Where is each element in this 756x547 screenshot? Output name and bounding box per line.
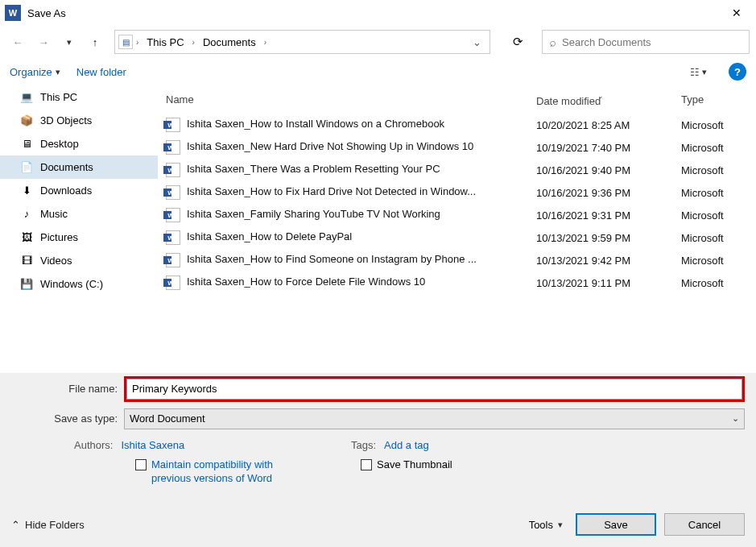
authors-value[interactable]: Ishita Saxena bbox=[121, 439, 184, 451]
authors-label: Authors: bbox=[74, 439, 113, 451]
sidebar-item-label: Pictures bbox=[40, 231, 78, 243]
folder-icon: 📦 bbox=[19, 114, 34, 127]
up-button[interactable]: ↑ bbox=[84, 31, 106, 53]
recent-dropdown[interactable]: ▾ bbox=[58, 31, 81, 53]
sidebar-item-label: This PC bbox=[40, 91, 77, 103]
word-app-icon: W bbox=[5, 5, 21, 21]
close-button[interactable]: ✕ bbox=[719, 0, 754, 26]
footer: ⌃ Hide Folders Tools ▾ Save Cancel bbox=[0, 505, 756, 547]
file-name-cell: WIshita Saxen_New Hard Drive Not Showing… bbox=[158, 136, 528, 159]
organize-button[interactable]: Organize ▾ bbox=[10, 66, 60, 78]
breadcrumb-this-pc[interactable]: This PC bbox=[142, 35, 188, 50]
file-date-cell: 10/13/2021 9:59 PM bbox=[528, 226, 673, 249]
file-name-cell: WIshita Saxen_How to Delete PayPal bbox=[158, 226, 528, 249]
cancel-button[interactable]: Cancel bbox=[664, 513, 745, 536]
file-row[interactable]: WIshita Saxen_How to Install Windows on … bbox=[158, 114, 756, 136]
view-options-button[interactable]: ☷ ▾ bbox=[684, 63, 713, 81]
file-list[interactable]: Name ⌄Date modified Type WIshita Saxen_H… bbox=[158, 85, 756, 373]
new-folder-button[interactable]: New folder bbox=[76, 66, 126, 78]
back-button[interactable]: ← bbox=[6, 31, 29, 53]
sidebar-item-pictures[interactable]: 🖼Pictures bbox=[0, 226, 158, 249]
folder-icon: ▤ bbox=[118, 35, 133, 49]
toolbar: Organize ▾ New folder ☷ ▾ ? bbox=[0, 58, 756, 85]
titlebar: W Save As ✕ bbox=[0, 0, 756, 26]
word-file-icon: W bbox=[166, 253, 180, 267]
word-file-icon: W bbox=[166, 118, 180, 132]
chevron-down-icon: ▾ bbox=[558, 520, 563, 530]
folder-icon: 💻 bbox=[19, 91, 34, 104]
file-name-cell: WIshita Saxen_There Was a Problem Resett… bbox=[158, 159, 528, 181]
forward-button[interactable]: → bbox=[32, 31, 55, 53]
nav-bar: ← → ▾ ↑ ▤ › This PC › Documents › ⌄ ⟳ ⌕ bbox=[0, 26, 756, 58]
file-name-cell: WIshita Saxen_Family Sharing YouTube TV … bbox=[158, 204, 528, 226]
sidebar-item-3d-objects[interactable]: 📦3D Objects bbox=[0, 109, 158, 132]
breadcrumb-documents[interactable]: Documents bbox=[198, 35, 261, 50]
search-input[interactable] bbox=[562, 36, 742, 48]
chevron-right-icon[interactable]: › bbox=[264, 38, 266, 47]
sidebar-item-label: Music bbox=[40, 208, 68, 220]
sidebar-item-documents[interactable]: 📄Documents bbox=[0, 155, 158, 179]
file-type-cell: Microsoft bbox=[673, 249, 756, 271]
sidebar-item-label: Windows (C:) bbox=[40, 278, 103, 290]
tags-add[interactable]: Add a tag bbox=[384, 439, 429, 451]
column-name[interactable]: Name bbox=[158, 85, 528, 114]
file-name-cell: WIshita Saxen_How to Install Windows on … bbox=[158, 114, 528, 136]
save-thumbnail-checkbox[interactable] bbox=[361, 459, 372, 470]
chevron-right-icon[interactable]: › bbox=[136, 38, 138, 47]
filename-highlight bbox=[124, 376, 745, 402]
folder-icon: ♪ bbox=[19, 208, 34, 221]
sidebar-item-downloads[interactable]: ⬇Downloads bbox=[0, 179, 158, 202]
file-type-cell: Microsoft bbox=[673, 159, 756, 181]
word-file-icon: W bbox=[166, 185, 180, 200]
chevron-right-icon[interactable]: › bbox=[192, 38, 195, 47]
maintain-compatibility-checkbox[interactable] bbox=[135, 459, 147, 470]
tools-button[interactable]: Tools ▾ bbox=[524, 516, 568, 534]
sidebar-item-this-pc[interactable]: 💻This PC bbox=[0, 85, 158, 109]
word-file-icon: W bbox=[166, 276, 180, 290]
filename-input[interactable] bbox=[126, 379, 742, 400]
file-date-cell: 10/16/2021 9:40 PM bbox=[528, 159, 673, 181]
file-type-cell: Microsoft bbox=[673, 226, 756, 249]
file-row[interactable]: WIshita Saxen_How to Fix Hard Drive Not … bbox=[158, 181, 756, 204]
refresh-button[interactable]: ⟳ bbox=[502, 30, 534, 54]
filename-label: File name: bbox=[11, 383, 124, 395]
file-row[interactable]: WIshita Saxen_How to Find Someone on Ins… bbox=[158, 249, 756, 271]
file-date-cell: 10/16/2021 9:31 PM bbox=[528, 204, 673, 226]
save-thumbnail-label[interactable]: Save Thumbnail bbox=[377, 458, 452, 472]
sidebar-item-music[interactable]: ♪Music bbox=[0, 202, 158, 226]
bottom-panel: File name: Save as type: Word Document ⌄… bbox=[0, 373, 756, 505]
save-as-type-combo[interactable]: Word Document ⌄ bbox=[124, 408, 745, 429]
folder-icon: 🖥 bbox=[19, 138, 34, 151]
search-icon: ⌕ bbox=[548, 35, 557, 48]
file-row[interactable]: WIshita Saxen_New Hard Drive Not Showing… bbox=[158, 136, 756, 159]
breadcrumb[interactable]: ▤ › This PC › Documents › ⌄ bbox=[114, 30, 490, 54]
sidebar-item-windows-c-[interactable]: 💾Windows (C:) bbox=[0, 272, 158, 296]
file-name-cell: WIshita Saxen_How to Fix Hard Drive Not … bbox=[158, 181, 528, 204]
file-row[interactable]: WIshita Saxen_How to Delete PayPal10/13/… bbox=[158, 226, 756, 249]
search-box[interactable]: ⌕ bbox=[542, 30, 750, 54]
word-file-icon: W bbox=[166, 163, 180, 177]
word-file-icon: W bbox=[166, 208, 180, 222]
maintain-compatibility-label[interactable]: Maintain compatibility with previous ver… bbox=[151, 458, 296, 486]
sidebar-item-label: Documents bbox=[40, 161, 93, 173]
tags-label: Tags: bbox=[351, 439, 376, 451]
sidebar-item-desktop[interactable]: 🖥Desktop bbox=[0, 132, 158, 155]
sidebar-item-videos[interactable]: 🎞Videos bbox=[0, 249, 158, 272]
breadcrumb-dropdown[interactable]: ⌄ bbox=[468, 36, 486, 48]
save-button[interactable]: Save bbox=[576, 513, 656, 536]
window-title: Save As bbox=[27, 7, 719, 19]
file-type-cell: Microsoft bbox=[673, 136, 756, 159]
folder-icon: 📄 bbox=[19, 161, 34, 174]
file-row[interactable]: WIshita Saxen_There Was a Problem Resett… bbox=[158, 159, 756, 181]
column-type[interactable]: Type bbox=[673, 85, 756, 114]
folder-icon: 🎞 bbox=[19, 255, 34, 267]
sidebar-item-label: Videos bbox=[40, 255, 72, 267]
file-name-cell: WIshita Saxen_How to Find Someone on Ins… bbox=[158, 249, 528, 271]
file-row[interactable]: WIshita Saxen_Family Sharing YouTube TV … bbox=[158, 204, 756, 226]
file-row[interactable]: WIshita Saxen_How to Force Delete File W… bbox=[158, 271, 756, 294]
sidebar-item-label: 3D Objects bbox=[40, 114, 92, 126]
column-date[interactable]: ⌄Date modified bbox=[528, 85, 673, 114]
hide-folders-button[interactable]: ⌃ Hide Folders bbox=[11, 519, 85, 531]
file-type-cell: Microsoft bbox=[673, 204, 756, 226]
help-button[interactable]: ? bbox=[729, 63, 746, 81]
